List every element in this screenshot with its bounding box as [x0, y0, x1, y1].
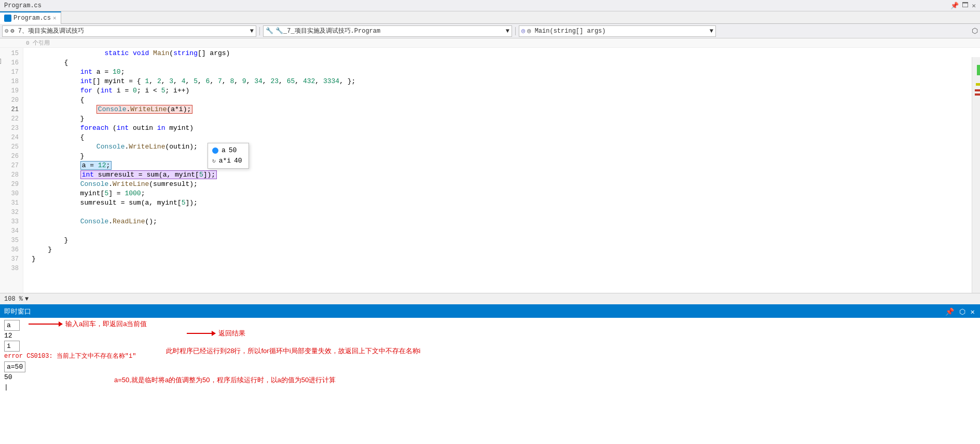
immediate-header: 即时窗口 📌 ⬡ ✕ — [0, 305, 980, 318]
imm-error-line: error CS0103: 当前上下文中不存在名称"i" — [4, 352, 976, 361]
ln-36: 36 — [2, 245, 19, 254]
expand-icon[interactable]: ⬡ — [972, 26, 978, 35]
dock-button[interactable]: ⬡ — [958, 307, 967, 316]
code-area[interactable]: 15 16 - 17 18 19 20 21 22 23 24 25 26 27… — [0, 48, 980, 293]
ln-25: 25 — [2, 142, 19, 152]
chevron-down-icon: ▼ — [250, 28, 254, 35]
datatip-var-ai-label: a*i — [219, 156, 231, 166]
annotation-2: 返回结果 — [187, 328, 245, 338]
immediate-body[interactable]: a 12 i error CS0103: 当前上下文中不存在名称"i" a=50 — [0, 318, 980, 444]
code-line-35: } — [27, 236, 980, 245]
imm-input-i: i — [4, 341, 20, 352]
ln-31: 31 — [2, 198, 19, 208]
ln-23: 23 — [2, 124, 19, 133]
ln-24: 24 — [2, 133, 19, 142]
code-line-24: { — [27, 133, 980, 142]
imm-output-50: 50 — [4, 373, 12, 381]
close-window-button[interactable]: ✕ — [970, 307, 976, 316]
indicator-red2 — [975, 93, 980, 96]
ln-28: 28 — [2, 170, 19, 180]
tab-program-cs[interactable]: Program.cs ✕ — [0, 11, 61, 24]
code-line-22: } — [27, 114, 980, 124]
code-line-28: int sumresult = sum(a, myint[5]); — [27, 170, 980, 180]
tab-file-icon — [4, 15, 11, 22]
annotation-4: a=50,就是临时将a的值调整为50，程序后续运行时，以a的值为50进行计算 — [114, 375, 336, 385]
code-line-31: sumresult = sum(a, myint[5]); — [27, 198, 980, 208]
close-icon[interactable]: ✕ — [972, 2, 976, 10]
imm-entry-i-input: i — [4, 341, 976, 352]
scroll-track[interactable] — [972, 57, 980, 293]
class-icon: 🔧 — [266, 27, 273, 35]
ln-32: 32 — [2, 208, 19, 217]
code-line-20: { — [27, 96, 980, 105]
datatip-circle-icon-a — [212, 147, 218, 154]
indicator-green — [977, 65, 980, 75]
annotation-3: 此时程序已经运行到28行，所以for循环中i局部变量失效，故返回上下文中不存在名… — [166, 346, 420, 356]
reference-line: 0 个引用 — [0, 38, 980, 48]
title-bar: Program.cs 📌 🗖 ✕ — [0, 0, 980, 11]
annotation-1: 输入a回车，即返回a当前值 — [29, 319, 147, 329]
fold-icon-16[interactable]: - — [0, 59, 1, 64]
code-line-21: Console.WriteLine(a*i); — [27, 105, 980, 114]
code-line-32 — [27, 208, 980, 217]
annotation-2-text: 返回结果 — [218, 328, 245, 338]
class-dropdown[interactable]: 🔧 🔧_7_项目实施及调试技巧.Program ▼ — [263, 25, 512, 37]
ln-35: 35 — [2, 236, 19, 245]
gear-icon: ⚙ — [5, 27, 8, 35]
chevron-down-icon3: ▼ — [710, 28, 713, 35]
method-label: ◎ Main(string[] args) — [527, 27, 708, 35]
a12-box: a = 12; — [80, 161, 112, 170]
imm-cursor: | — [4, 383, 8, 391]
status-bar: 108 % ▼ — [0, 293, 980, 304]
line-numbers: 15 16 - 17 18 19 20 21 22 23 24 25 26 27… — [0, 48, 23, 293]
ln-18: 18 — [2, 77, 19, 86]
ln-26: 26 — [2, 152, 19, 161]
zoom-dropdown-icon[interactable]: ▼ — [25, 295, 29, 303]
tab-close-button[interactable]: ✕ — [53, 15, 57, 21]
immediate-window-area: 即时窗口 📌 ⬡ ✕ a 12 i er — [0, 304, 980, 444]
code-line-34 — [27, 226, 980, 236]
toolbar-separator-2 — [515, 27, 516, 35]
chevron-down-icon2: ▼ — [506, 28, 509, 35]
reference-count: 0 个引用 — [26, 39, 50, 47]
datatip-var-a-label: a — [222, 145, 226, 156]
zoom-level: 108 % — [4, 295, 23, 303]
console-writeline-box: Console.WriteLine(a*i); — [96, 105, 192, 114]
code-line-26: } — [27, 152, 980, 161]
immediate-window: 即时窗口 📌 ⬡ ✕ a 12 i er — [0, 304, 980, 444]
method-dropdown[interactable]: ◎ ◎ Main(string[] args) ▼ — [519, 25, 716, 37]
ln-17: 17 — [2, 68, 19, 77]
ln-38: 38 — [2, 264, 19, 273]
code-line-30: myint[5] = 1000; — [27, 189, 980, 198]
ln-33: 33 — [2, 217, 19, 226]
code-line-33: Console.ReadLine(); — [27, 217, 980, 226]
code-line-16: { — [27, 58, 980, 68]
annotation-4-text: a=50,就是临时将a的值调整为50，程序后续运行时，以a的值为50进行计算 — [114, 376, 336, 384]
datatip-var-a-value: 50 — [229, 145, 237, 156]
ln-22: 22 — [2, 114, 19, 124]
toolbar-right: ⬡ — [972, 26, 978, 35]
ln-30: 30 — [2, 189, 19, 198]
imm-output-12: 12 — [4, 332, 12, 340]
ln-19: 19 — [2, 86, 19, 96]
editor-container: 0 个引用 15 16 - 17 18 19 20 21 22 23 24 25… — [0, 38, 980, 293]
ln-37: 37 — [2, 254, 19, 264]
method-icon: ◎ — [521, 27, 525, 35]
pin-window-button[interactable]: 📌 — [944, 307, 955, 316]
ln-20: 20 — [2, 96, 19, 105]
window-controls[interactable]: 📌 🗖 ✕ — [950, 2, 976, 10]
code-line-36: } — [27, 245, 980, 254]
datatip-refresh-icon: ↻ — [212, 156, 216, 166]
imm-error-text: error CS0103: 当前上下文中不存在名称"i" — [4, 353, 136, 360]
pin-icon[interactable]: 📌 — [950, 2, 959, 10]
code-editor[interactable]: static void Main(string[] args) { int a … — [23, 48, 980, 293]
code-line-15: static void Main(string[] args) — [27, 49, 980, 58]
ln-27: 27 — [2, 161, 19, 170]
datatip-popup: a 50 ↻ a*i 40 — [208, 143, 249, 169]
minimize-icon[interactable]: 🗖 — [962, 2, 969, 10]
annotation-1-text: 输入a回车，即返回a当前值 — [65, 319, 147, 329]
project-dropdown[interactable]: ⚙ ⚙ 7、项目实施及调试技巧 ▼ — [2, 25, 256, 37]
annotation-3-text: 此时程序已经运行到28行，所以for循环中i局部变量失效，故返回上下文中不存在名… — [166, 347, 420, 355]
code-line-19: for (int i = 0; i < 5; i++) — [27, 86, 980, 96]
imm-input-a: a — [4, 320, 20, 331]
